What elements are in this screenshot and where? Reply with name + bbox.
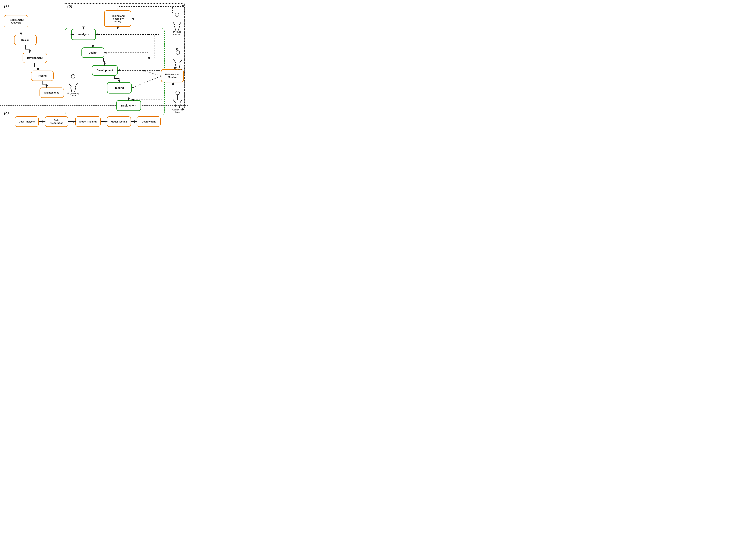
product-manager-figure: ProductManager: [173, 13, 181, 35]
development-a-box: Development: [23, 53, 47, 63]
deployment-b-box: Deployment: [116, 100, 141, 111]
analysis-b-box: Analysis: [71, 29, 96, 40]
testing-a-box: Testing: [31, 71, 54, 81]
section-a-label: (a): [4, 4, 9, 8]
development-b-box: Development: [92, 65, 118, 76]
testing-b-box: Testing: [107, 82, 132, 94]
maintenance-a-box: Maintenance: [40, 88, 64, 98]
deployment-c-box: Deployment: [137, 116, 161, 127]
data-analysis-box: Data Analysis: [15, 116, 39, 127]
data-preparation-box: DataPreparation: [45, 116, 68, 127]
release-monitor-box: Release andMonitor: [161, 69, 184, 83]
design-b-box: Design: [81, 47, 104, 58]
design-a-box: Design: [14, 35, 37, 45]
model-testing-box: Model Testing: [107, 116, 131, 127]
requirement-analysis-box: RequirementAnalysis: [4, 15, 28, 27]
section-b-label: (b): [67, 4, 72, 8]
customer-figure: Customer: [173, 50, 183, 71]
section-c-label: (c): [4, 111, 9, 115]
operations-team-figure: OperationsTeam: [172, 91, 183, 113]
planning-box: Planing andFeasibilityStudy: [104, 10, 131, 27]
engineering-team-figure: EngineeringTeam: [67, 74, 79, 97]
model-training-box: Model Training: [75, 116, 101, 127]
